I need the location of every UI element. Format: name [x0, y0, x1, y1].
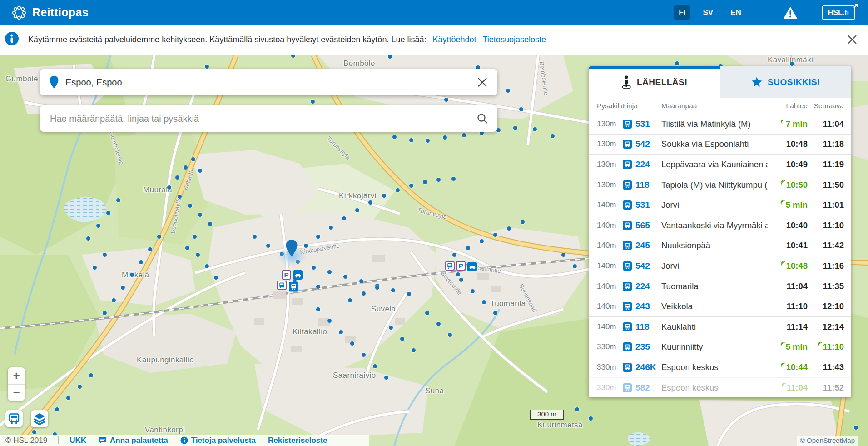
- bus-stop-marker[interactable]: [400, 337, 404, 341]
- bus-stop-marker[interactable]: [451, 177, 456, 181]
- departure-row[interactable]: 130m118Tapiola (M) via Niittykumpu (M)10…: [589, 175, 851, 195]
- bus-stop-marker[interactable]: [443, 135, 447, 140]
- bus-stop-marker[interactable]: [456, 272, 460, 276]
- bus-stop-marker[interactable]: [409, 184, 413, 188]
- bus-stop-marker[interactable]: [205, 65, 209, 69]
- bus-stop-marker[interactable]: [373, 364, 377, 368]
- park-and-ride-icon[interactable]: P: [456, 261, 466, 271]
- zoom-out-button[interactable]: −: [8, 385, 25, 401]
- bus-stop-marker[interactable]: [130, 273, 134, 277]
- bus-stop-marker[interactable]: [396, 188, 400, 192]
- bus-stop-marker[interactable]: [466, 246, 470, 250]
- bus-stop-marker[interactable]: [355, 208, 359, 212]
- bus-stop-marker[interactable]: [103, 311, 107, 315]
- bus-stop-marker[interactable]: [507, 226, 511, 231]
- bus-stop-marker[interactable]: [551, 134, 555, 138]
- bus-stop-marker[interactable]: [389, 326, 393, 330]
- bus-stop-marker[interactable]: [185, 246, 189, 250]
- bus-station-icon[interactable]: [289, 282, 298, 291]
- cookie-link-0[interactable]: Käyttöehdot: [432, 35, 476, 44]
- bus-stop-marker[interactable]: [266, 244, 270, 248]
- bus-stop-marker[interactable]: [462, 133, 466, 137]
- bus-stop-marker[interactable]: [327, 270, 332, 274]
- departure-row[interactable]: 130m531Tiistilä via Matinkylä (M)7 min11…: [589, 114, 851, 134]
- bus-stop-marker[interactable]: [175, 175, 179, 180]
- bus-stop-marker[interactable]: [253, 235, 257, 239]
- bus-stop-marker[interactable]: [412, 348, 416, 352]
- bus-stop-marker[interactable]: [167, 185, 171, 190]
- bus-stop-marker[interactable]: [493, 233, 497, 237]
- language-button-fi[interactable]: FI: [674, 5, 690, 20]
- footer-link-2[interactable]: Tietoja palvelusta: [180, 436, 256, 445]
- bus-stop-marker[interactable]: [471, 289, 475, 293]
- bus-stop-marker[interactable]: [208, 222, 212, 226]
- bus-stop-marker[interactable]: [196, 253, 200, 257]
- departure-row[interactable]: 140m243Veikkola11:1012:10: [589, 296, 851, 316]
- map-layers-button[interactable]: [31, 410, 48, 427]
- bus-stop-marker[interactable]: [193, 235, 197, 239]
- bus-stop-marker[interactable]: [312, 266, 316, 270]
- bus-stop-marker[interactable]: [86, 236, 90, 241]
- footer-link-3[interactable]: Rekisteriseloste: [268, 436, 327, 445]
- bus-stop-marker[interactable]: [89, 373, 93, 377]
- bus-stop-marker[interactable]: [106, 211, 110, 215]
- departure-row[interactable]: 140m531Jorvi5 min11:01: [589, 195, 851, 215]
- car-icon[interactable]: [467, 262, 477, 271]
- bus-stop-marker[interactable]: [423, 180, 427, 184]
- bus-stop-marker[interactable]: [675, 61, 679, 65]
- footer-link-1[interactable]: Anna palautetta: [99, 436, 168, 445]
- bus-stop-marker[interactable]: [198, 169, 202, 173]
- language-button-sv[interactable]: SV: [698, 5, 718, 20]
- bus-stop-marker[interactable]: [480, 239, 484, 243]
- bus-stop-marker[interactable]: [436, 178, 441, 182]
- bus-terminal-icon[interactable]: [445, 261, 455, 271]
- bus-stop-marker[interactable]: [214, 276, 218, 280]
- bus-stop-marker[interactable]: [425, 311, 429, 315]
- search-icon[interactable]: [476, 113, 488, 125]
- departure-row[interactable]: 330m235Kuurinniitty5 min11:10: [589, 337, 851, 357]
- bus-stop-marker[interactable]: [519, 107, 523, 111]
- bus-stop-marker[interactable]: [459, 278, 463, 282]
- bus-stop-marker[interactable]: [121, 286, 125, 290]
- bus-terminal-icon[interactable]: [277, 281, 287, 290]
- bus-stop-marker[interactable]: [348, 298, 352, 302]
- bus-stop-marker[interactable]: [533, 127, 537, 131]
- origin-search-field[interactable]: Espoo, Espoo: [40, 69, 497, 95]
- footer-link-0[interactable]: UKK: [69, 436, 86, 445]
- departure-row[interactable]: 140m245Nuuksionpää10:4111:42: [589, 236, 851, 256]
- bus-stop-marker[interactable]: [148, 247, 152, 251]
- bus-stop-marker[interactable]: [342, 216, 346, 220]
- bus-stop-marker[interactable]: [139, 260, 143, 264]
- departure-row[interactable]: 330m582Espoon keskus11:0411:52: [589, 377, 851, 397]
- bus-stop-marker[interactable]: [409, 138, 413, 142]
- bus-stop-marker[interactable]: [589, 416, 593, 421]
- bus-stop-marker[interactable]: [493, 311, 497, 315]
- bus-stop-marker[interactable]: [329, 226, 333, 230]
- bus-stop-marker[interactable]: [362, 291, 366, 296]
- car-icon[interactable]: [293, 270, 303, 280]
- hsl-logo[interactable]: Reittiopas: [12, 5, 89, 20]
- bus-stop-marker[interactable]: [184, 165, 188, 170]
- bus-stop-marker[interactable]: [198, 213, 202, 217]
- bus-stop-marker[interactable]: [375, 286, 379, 290]
- bus-stop-marker[interactable]: [339, 330, 343, 334]
- departure-row[interactable]: 140m565Vantaankoski via Myyrmäki as.10:4…: [589, 215, 851, 236]
- bus-stop-marker[interactable]: [55, 407, 59, 411]
- bus-stop-marker[interactable]: [157, 235, 161, 239]
- bus-stop-marker[interactable]: [103, 253, 107, 257]
- bus-stop-marker[interactable]: [93, 266, 97, 270]
- tab-nearby[interactable]: LÄHELLÄSI: [589, 66, 720, 98]
- bus-stop-marker[interactable]: [392, 135, 397, 139]
- departure-row[interactable]: 130m224Leppävaara via Kauniainen as.10:4…: [589, 154, 851, 175]
- clear-origin-icon[interactable]: [476, 76, 488, 88]
- bus-stop-marker[interactable]: [436, 322, 441, 326]
- osm-attribution[interactable]: © OpenStreetMap: [797, 436, 858, 446]
- bus-stop-marker[interactable]: [521, 220, 525, 224]
- bus-stop-marker[interactable]: [575, 407, 579, 411]
- bus-stop-marker[interactable]: [205, 264, 209, 268]
- departure-row[interactable]: 140m118Kauklahti11:1412:14: [589, 316, 851, 337]
- bus-stop-marker[interactable]: [316, 307, 320, 311]
- bus-stop-marker[interactable]: [191, 157, 195, 161]
- bus-stop-marker[interactable]: [513, 126, 517, 130]
- bus-stop-marker[interactable]: [506, 89, 510, 93]
